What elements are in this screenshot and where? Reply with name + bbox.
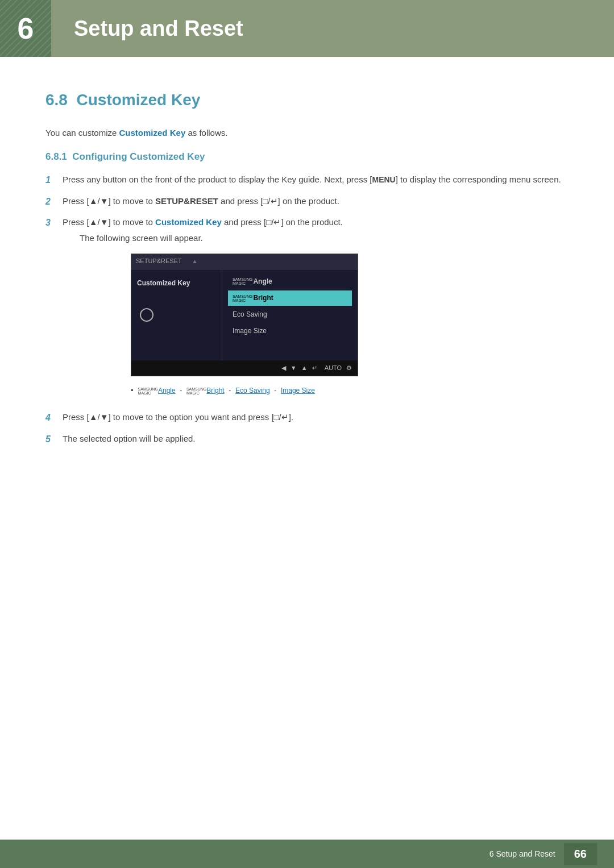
chapter-title: Setup and Reset <box>51 16 243 41</box>
customized-key-bold: Customized Key <box>119 128 186 138</box>
page-footer: 6 Setup and Reset 66 <box>0 840 614 868</box>
bullet-options-list: • SAMSUNG MAGIC Angle - SAMSUNG MAGIC Br… <box>131 385 569 397</box>
footer-btn-enter: ↵ <box>312 363 317 373</box>
step-3: 3 Press [▲/▼] to move to Customized Key … <box>45 215 569 404</box>
menu-item-bright: SAMSUNG MAGIC Bright <box>228 290 352 306</box>
link-sep-2: - <box>229 387 231 394</box>
chapter-number: 6 <box>0 0 51 57</box>
link-angle[interactable]: Angle <box>158 387 176 394</box>
footer-auto-label: AUTO <box>325 363 342 373</box>
screenshot-header: SETUP&RESET ▲ <box>131 254 358 269</box>
step-5-content: The selected option will be applied. <box>63 432 569 446</box>
step-1-content: Press any button on the front of the pro… <box>63 173 569 186</box>
screenshot-right-panel: SAMSUNG MAGIC Angle SAMSUNG MAGIC <box>222 269 358 360</box>
step-2-content: Press [▲/▼] to move to SETUP&RESET and p… <box>63 194 569 208</box>
screenshot-container: SETUP&RESET ▲ Customized Key <box>131 254 358 376</box>
menu-item-eco: Eco Saving <box>228 307 352 322</box>
section-heading: 6.8 Customized Key <box>45 91 569 109</box>
step-2: 2 Press [▲/▼] to move to SETUP&RESET and… <box>45 194 569 209</box>
footer-chapter-text: 6 Setup and Reset <box>489 849 555 858</box>
step-3-subtext: The following screen will appear. <box>80 231 569 245</box>
link-imagesize[interactable]: Image Size <box>281 387 315 394</box>
step-2-number: 2 <box>45 194 63 209</box>
menu-item-imagesize: Image Size <box>228 323 352 339</box>
link-sep-1: - <box>180 387 182 394</box>
main-content: 6.8 Customized Key You can customize Cus… <box>0 57 614 499</box>
screenshot-footer: ◀ ▼ ▲ ↵ AUTO ⚙ <box>131 360 358 376</box>
step-4-number: 4 <box>45 410 63 425</box>
intro-paragraph: You can customize Customized Key as foll… <box>45 126 569 140</box>
steps-list: 1 Press any button on the front of the p… <box>45 173 569 446</box>
step-4-content: Press [▲/▼] to move to the option you wa… <box>63 410 569 424</box>
link-bright[interactable]: Bright <box>206 387 224 394</box>
screenshot-left-label: Customized Key <box>137 278 216 289</box>
bullet-dot: • <box>131 385 134 397</box>
step-1: 1 Press any button on the front of the p… <box>45 173 569 188</box>
step-5-number: 5 <box>45 432 63 447</box>
screenshot-body: Customized Key SAMSUNG MAGIC <box>131 269 358 360</box>
step-4: 4 Press [▲/▼] to move to the option you … <box>45 410 569 425</box>
chapter-header: 6 Setup and Reset <box>0 0 614 57</box>
footer-btn-up: ▲ <box>301 363 308 373</box>
footer-btn-gear: ⚙ <box>346 363 352 373</box>
link-eco[interactable]: Eco Saving <box>235 387 270 394</box>
bullet-options-content: SAMSUNG MAGIC Angle - SAMSUNG MAGIC Brig… <box>138 385 315 397</box>
step-3-number: 3 <box>45 215 63 230</box>
menu-item-angle: SAMSUNG MAGIC Angle <box>228 274 352 289</box>
step-3-content: Press [▲/▼] to move to Customized Key an… <box>63 215 569 404</box>
footer-page-number: 66 <box>564 843 597 865</box>
bullet-options-item: • SAMSUNG MAGIC Angle - SAMSUNG MAGIC Br… <box>131 385 569 397</box>
footer-btn-down: ▼ <box>291 363 297 373</box>
link-sep-3: - <box>274 387 276 394</box>
footer-btn-left: ◀ <box>281 363 286 373</box>
step-1-number: 1 <box>45 173 63 188</box>
subsection-heading: 6.8.1 Configuring Customized Key <box>45 151 569 163</box>
screenshot-left-panel: Customized Key <box>131 269 222 360</box>
screenshot: SETUP&RESET ▲ Customized Key <box>131 254 358 376</box>
step-5: 5 The selected option will be applied. <box>45 432 569 447</box>
screenshot-gear-icon <box>140 308 154 322</box>
